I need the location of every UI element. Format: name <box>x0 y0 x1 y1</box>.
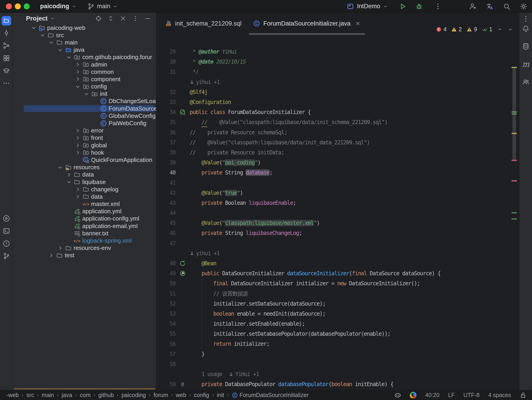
chevron-right-icon[interactable] <box>48 252 55 259</box>
close-tab-icon[interactable] <box>355 21 361 26</box>
usages-inlay-hint[interactable]: 1 usage <box>202 369 222 379</box>
code-line-39[interactable]: 39 @Value("pai_coding") <box>156 158 519 168</box>
commit-tool-button[interactable] <box>2 29 10 37</box>
code-line-42[interactable]: 42 @Value("true") <box>156 188 519 198</box>
code-inlay-row[interactable]: yihui +1 <box>156 77 519 87</box>
hide-panel-icon[interactable] <box>144 15 151 22</box>
indent-style[interactable]: 4 spaces <box>488 392 511 398</box>
terminal-tool-button[interactable] <box>2 227 10 235</box>
chevron-down-icon[interactable] <box>83 90 90 97</box>
learn-tool-button[interactable] <box>2 67 10 75</box>
tree-item-changelog[interactable]: changelog <box>13 186 156 193</box>
tree-item-DbChangeSetLoa[interactable]: CDbChangeSetLoa <box>13 98 156 105</box>
code-line-47[interactable]: 47 <box>156 238 519 248</box>
tree-item-PaiWebConfig[interactable]: CPaiWebConfig <box>13 120 156 127</box>
code-line-57[interactable]: 57 } <box>156 349 519 359</box>
tree-item-ForumDataSource[interactable]: CForumDataSource <box>13 105 156 112</box>
tree-item-error[interactable]: error <box>13 127 156 134</box>
editor-options-button[interactable] <box>522 15 530 23</box>
chevron-right-icon[interactable] <box>74 142 81 149</box>
breadcrumb-java[interactable]: java <box>62 392 72 398</box>
tree-item-application-config.yml[interactable]: application-config.yml <box>13 215 156 222</box>
breadcrumb-main[interactable]: main <box>42 392 54 398</box>
tree-item-application.yml[interactable]: application.yml <box>13 208 156 215</box>
code-line-48[interactable]: 48 @Bean <box>156 258 519 268</box>
code-line-36[interactable]: 36// private Resource schemaSql; <box>156 128 519 137</box>
tree-item-admin[interactable]: admin <box>13 61 156 68</box>
code-line-43[interactable]: 43 private Boolean liquibaseEnable; <box>156 198 519 208</box>
chevron-right-icon[interactable] <box>74 76 81 83</box>
problems-tool-button[interactable] <box>2 240 10 247</box>
unlock-icon[interactable] <box>520 392 526 399</box>
weak-warnings-indicator[interactable]: 9 <box>466 26 477 32</box>
tree-item-front[interactable]: front <box>13 134 156 142</box>
code-line-58[interactable]: 58 <box>156 359 519 369</box>
breadcrumb-forum[interactable]: forum <box>154 392 168 398</box>
code-line-51[interactable]: 51 // 设置数据源 <box>156 289 519 299</box>
chevron-right-icon[interactable] <box>74 61 81 68</box>
code-line-50[interactable]: 50 final DataSourceInitializer initializ… <box>156 278 519 289</box>
chevron-right-icon[interactable] <box>74 127 81 134</box>
tree-item-liquibase[interactable]: liquibase <box>13 178 156 186</box>
editor-tab-ForumDataSourceInitializer.java[interactable]: CForumDataSourceInitializer.java <box>247 13 367 34</box>
file-encoding[interactable]: UTF-8 <box>463 392 480 398</box>
code-line-44[interactable]: 44 <box>156 208 519 218</box>
bean-arrow-icon[interactable] <box>176 270 190 277</box>
code-line-55[interactable]: 55 initializer.setDatabasePopulator(data… <box>156 329 519 339</box>
search-everywhere-button[interactable] <box>503 2 511 10</box>
caret-position[interactable]: 40:20 <box>425 392 439 398</box>
analysis-stripe-mark[interactable] <box>512 180 517 181</box>
tree-item-init[interactable]: init <box>13 90 156 98</box>
chevron-right-icon[interactable] <box>74 135 81 141</box>
translate-button[interactable]: A <box>486 2 494 10</box>
project-selector[interactable]: paicoding <box>40 3 76 10</box>
copilot-status-icon[interactable] <box>394 392 401 399</box>
breadcrumb-paicoding[interactable]: paicoding <box>121 392 146 398</box>
code-line-45[interactable]: 45 @Value("classpath:liquibase/master.xm… <box>156 218 519 228</box>
code-line-49[interactable]: 49 public DataSourceInitializer dataSour… <box>156 268 519 278</box>
analysis-stripe-mark[interactable] <box>512 218 517 219</box>
code-line-52[interactable]: 52 initializer.setDataSource(dataSource)… <box>156 299 519 309</box>
tree-item-data[interactable]: data <box>13 193 156 200</box>
version-control-tool-button[interactable] <box>2 252 10 260</box>
chevron-right-icon[interactable] <box>74 186 81 193</box>
chevron-down-icon[interactable] <box>57 164 63 171</box>
editor-tab-init_schema_221209.sql[interactable]: SQLinit_schema_221209.sql <box>159 13 247 34</box>
tree-item-test[interactable]: test <box>13 252 156 259</box>
editor-scrollbar[interactable] <box>512 68 516 160</box>
code-line-60[interactable]: 60 final ResourceDatabasePopulator popul… <box>156 389 519 390</box>
run-button[interactable] <box>399 2 407 10</box>
more-actions-button[interactable] <box>434 2 442 10</box>
chevron-down-icon[interactable] <box>48 39 55 46</box>
spring-bean-icon[interactable] <box>176 109 190 116</box>
close-window-button[interactable] <box>6 3 12 9</box>
tree-item-hook[interactable]: hook <box>13 149 156 156</box>
tree-item-GlobalViewConfig[interactable]: CGlobalViewConfig <box>13 112 156 120</box>
tree-item-logback-spring.xml[interactable]: </>logback-spring.xml <box>13 237 156 244</box>
panel-title[interactable]: Project <box>26 15 48 22</box>
at-annotation-icon[interactable]: @ <box>176 381 190 388</box>
errors-indicator[interactable]: 4 <box>436 26 447 32</box>
chevron-right-icon[interactable] <box>74 193 81 200</box>
google-icon[interactable] <box>410 392 417 398</box>
chevron-down-icon[interactable] <box>65 54 72 61</box>
code-line-33[interactable]: 33@Configuration <box>156 97 519 107</box>
tree-horizontal-scrollbar[interactable] <box>14 388 155 389</box>
code-line-54[interactable]: 54 initializer.setEnabled(enable); <box>156 319 519 329</box>
breadcrumb-config[interactable]: config <box>194 392 209 398</box>
code-line-59[interactable]: 59@ private DatabasePopulator databasePo… <box>156 379 519 389</box>
collaboration-tool-button[interactable] <box>522 78 530 86</box>
tree-item-application-email.yml[interactable]: application-email.yml <box>13 222 156 230</box>
warnings-indicator[interactable]: 2 <box>451 26 462 32</box>
code-inlay-row[interactable]: yihui +1 <box>156 248 519 258</box>
database-tool-button[interactable] <box>522 42 530 50</box>
more-tools-button[interactable] <box>2 79 10 87</box>
tree-item-config[interactable]: config <box>13 83 156 90</box>
debug-button[interactable] <box>415 2 423 10</box>
code-line-37[interactable]: 37// @Value("classpath:liquibase/data/in… <box>156 137 519 148</box>
tree-item-resources-env[interactable]: resources-env <box>13 245 156 252</box>
project-tool-button[interactable] <box>2 16 11 26</box>
chevron-right-icon[interactable] <box>74 149 81 156</box>
line-separator[interactable]: LF <box>448 392 455 398</box>
code-line-46[interactable]: 46 private String liquibaseChangeLog; <box>156 228 519 238</box>
